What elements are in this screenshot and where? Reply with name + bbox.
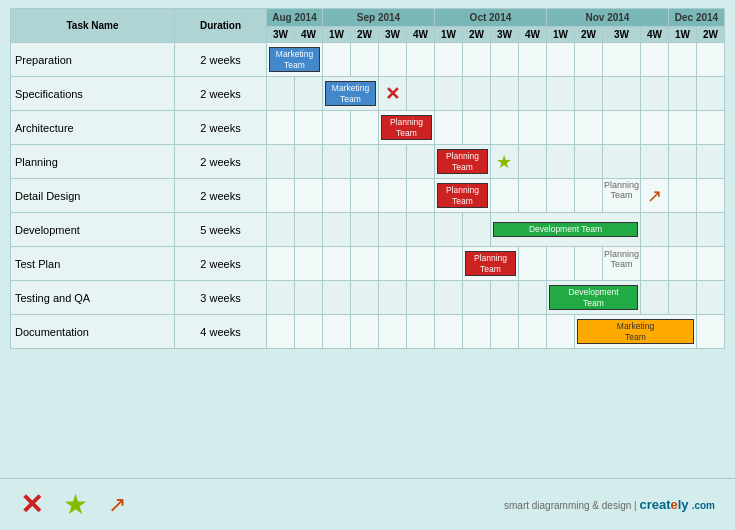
table-row: Architecture 2 weeks PlanningTeam [11,111,725,145]
cell-prep-nov3 [602,43,640,77]
cell-arch-nov2 [574,111,602,145]
cell-specs-aug3 [266,77,294,111]
cell-qa-sep3 [378,281,406,315]
duration-docs: 4 weeks [174,315,266,349]
cell-specs-nov2 [574,77,602,111]
cell-tp-sep3 [378,247,406,281]
cell-tp-nov2 [574,247,602,281]
cell-prep-nov2 [574,43,602,77]
cell-arch-aug3 [266,111,294,145]
cell-plan-nov4 [641,145,669,179]
cell-tp-oct4 [518,247,546,281]
cell-arch-nov4 [641,111,669,145]
task-name-planning: Planning [11,145,175,179]
bar-qa[interactable]: DevelopmentTeam [549,285,638,311]
bar-specs[interactable]: MarketingTeam [325,81,376,107]
cell-tp-nov3: PlanningTeam [602,247,640,281]
tld-text: .com [692,500,715,511]
cell-qa-sep4 [406,281,434,315]
oct-1w: 1W [434,27,462,43]
cell-specs-aug4 [294,77,322,111]
task-name-specs: Specifications [11,77,175,111]
cell-det-sep2 [350,179,378,213]
task-name-dev: Development [11,213,175,247]
app-container: Task Name Duration Aug 2014 Sep 2014 Oct… [0,0,735,530]
task-name-detail: Detail Design [11,179,175,213]
cell-arch-dec1 [669,111,697,145]
cell-dev-oct3: Development Team [490,213,640,247]
cell-prep-sep3 [378,43,406,77]
cell-plan-nov2 [574,145,602,179]
dec-header: Dec 2014 [669,9,725,27]
cell-doc-oct2 [462,315,490,349]
cell-dev-dec2 [697,213,725,247]
cell-prep-oct2 [462,43,490,77]
cell-plan-aug4 [294,145,322,179]
cell-tp-aug3 [266,247,294,281]
cell-dev-sep3 [378,213,406,247]
duration-dev: 5 weeks [174,213,266,247]
table-row: Development 5 weeks Development Team [11,213,725,247]
cell-specs-nov1 [546,77,574,111]
duration-arch: 2 weeks [174,111,266,145]
aug-header: Aug 2014 [266,9,322,27]
cell-tp-sep4 [406,247,434,281]
cell-dev-sep2 [350,213,378,247]
cell-det-dec1 [669,179,697,213]
legend-icons: ✕ ★ ↗ [20,488,126,521]
cell-doc-sep1 [322,315,350,349]
month-header-row: Task Name Duration Aug 2014 Sep 2014 Oct… [11,9,725,27]
cell-det-nov3: PlanningTeam [602,179,640,213]
task-name-preparation: Preparation [11,43,175,77]
cell-specs-sep4 [406,77,434,111]
duration-header: Duration [174,9,266,43]
cell-det-nov2 [574,179,602,213]
sep-header: Sep 2014 [322,9,434,27]
cell-arch-oct3 [490,111,518,145]
table-row: Test Plan 2 weeks PlanningTeam [11,247,725,281]
bar-docs[interactable]: MarketingTeam [577,319,694,345]
cell-doc-sep4 [406,315,434,349]
table-row: Documentation 4 weeks Marketing [11,315,725,349]
cell-dev-sep1 [322,213,350,247]
cell-qa-oct4 [518,281,546,315]
x-legend-icon: ✕ [20,488,43,521]
bar-detail[interactable]: PlanningTeam [437,183,488,209]
cell-prep-sep2 [350,43,378,77]
cell-specs-nov3 [602,77,640,111]
task-name-testplan: Test Plan [11,247,175,281]
cell-dev-sep4 [406,213,434,247]
duration-testplan: 2 weeks [174,247,266,281]
cell-qa-aug3 [266,281,294,315]
sep-1w: 1W [322,27,350,43]
bar-preparation[interactable]: MarketingTeam [269,47,320,73]
cell-plan-oct1: PlanningTeam [434,145,490,179]
duration-qa: 3 weeks [174,281,266,315]
cell-prep-oct3 [490,43,518,77]
cell-doc-aug3 [266,315,294,349]
cell-prep-aug3w: MarketingTeam [266,43,322,77]
cell-specs-nov4 [641,77,669,111]
cell-plan-oct4 [518,145,546,179]
cell-prep-sep1 [322,43,350,77]
cell-doc-nov1 [546,315,574,349]
bar-planning[interactable]: PlanningTeam [437,149,488,175]
bar-development[interactable]: Development Team [493,222,638,237]
cell-arch-sep2 [350,111,378,145]
cell-qa-dec2 [697,281,725,315]
cell-qa-aug4 [294,281,322,315]
cell-tp-sep1 [322,247,350,281]
cell-doc-oct3 [490,315,518,349]
table-row: Preparation 2 weeks MarketingTeam [11,43,725,77]
cell-specs-sep1: MarketingTeam [322,77,378,111]
bar-arch[interactable]: PlanningTeam [381,115,432,141]
cell-specs-oct4 [518,77,546,111]
cell-qa-oct3 [490,281,518,315]
brand-area: smart diagramming & design | creately .c… [504,497,715,512]
cell-plan-sep1 [322,145,350,179]
cell-qa-oct2 [462,281,490,315]
cell-prep-dec1 [669,43,697,77]
cell-doc-oct4 [518,315,546,349]
cell-tp-aug4 [294,247,322,281]
bar-testplan[interactable]: PlanningTeam [465,251,516,277]
